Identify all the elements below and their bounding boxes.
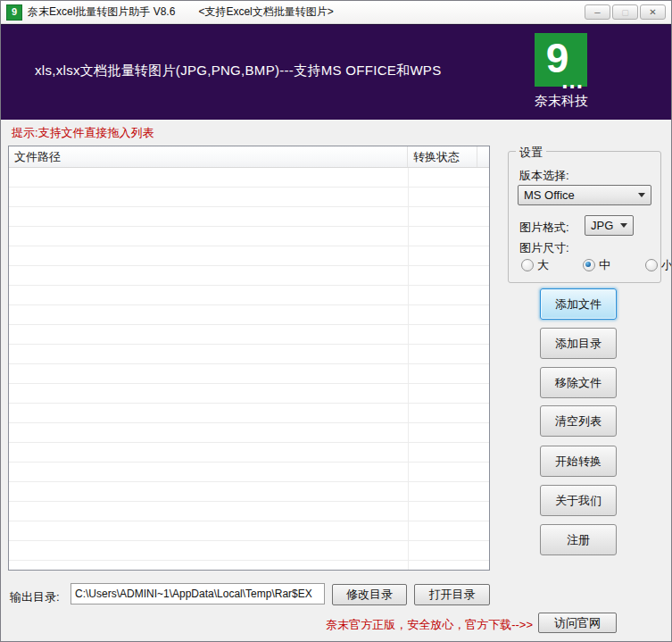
open-dir-button[interactable]: 打开目录 <box>414 584 490 605</box>
chevron-down-icon <box>638 193 645 197</box>
logo-dots: ... <box>561 76 584 85</box>
maximize-icon: ▢ <box>621 8 629 17</box>
radio-icon <box>583 259 595 271</box>
app-window: 9 奈末Excel批量转图片助手 V8.6 <支持Excel文档批量转图片> ─… <box>0 0 672 642</box>
clear-list-button[interactable]: 清空列表 <box>540 405 617 437</box>
register-button[interactable]: 注册 <box>540 524 617 555</box>
column-divider <box>408 168 409 570</box>
start-convert-button[interactable]: 开始转换 <box>540 446 617 477</box>
radio-icon <box>521 259 534 271</box>
minimize-icon: ─ <box>594 8 600 17</box>
size-radio-medium-label: 中 <box>599 257 610 273</box>
about-us-button[interactable]: 关于我们 <box>540 485 617 516</box>
window-title: 奈末Excel批量转图片助手 V8.6 <box>28 4 175 20</box>
file-list-header: 文件路径 转换状态 <box>9 146 489 168</box>
modify-dir-button[interactable]: 修改目录 <box>332 584 407 605</box>
visit-website-button[interactable]: 访问官网 <box>538 613 617 633</box>
chevron-down-icon <box>620 223 627 228</box>
remove-files-button[interactable]: 移除文件 <box>540 367 617 398</box>
close-icon: ✕ <box>649 7 656 17</box>
settings-group-label: 设置 <box>516 145 546 161</box>
version-select-value: MS Office <box>524 188 575 202</box>
drag-drop-tip: 提示:支持文件直接拖入列表 <box>12 125 154 141</box>
format-select[interactable]: JPG <box>585 215 634 236</box>
settings-group: 设置 版本选择: MS Office 图片格式: JPG 图片尺寸: 大 中 小 <box>508 151 661 283</box>
minimize-button[interactable]: ─ <box>585 4 610 20</box>
format-select-value: JPG <box>591 219 613 232</box>
add-files-button[interactable]: 添加文件 <box>540 288 617 320</box>
output-dir-field[interactable]: C:\Users\ADMINI~1\AppData\Local\Temp\Rar… <box>71 583 325 604</box>
format-label: 图片格式: <box>519 220 569 236</box>
column-header-file-path[interactable]: 文件路径 <box>9 146 408 167</box>
output-dir-label: 输出目录: <box>10 589 60 605</box>
window-controls: ─ ▢ ✕ <box>585 4 666 20</box>
add-folder-button[interactable]: 添加目录 <box>540 328 617 359</box>
app-icon: 9 <box>6 4 22 21</box>
file-list-table[interactable]: 文件路径 转换状态 <box>8 146 490 571</box>
column-header-status[interactable]: 转换状态 <box>408 146 477 167</box>
company-name: 奈末科技 <box>521 93 601 110</box>
size-radio-large-label: 大 <box>537 257 549 273</box>
size-radio-large[interactable]: 大 <box>521 257 549 273</box>
banner-title: xls,xlsx文档批量转图片(JPG,PNG,BMP)---支持MS OFFI… <box>35 63 441 79</box>
official-download-notice: 奈末官方正版，安全放心，官方下载-->> <box>295 617 533 633</box>
close-button[interactable]: ✕ <box>640 4 666 20</box>
window-subtitle: <支持Excel文档批量转图片> <box>198 4 333 20</box>
size-radio-small[interactable]: 小 <box>645 257 672 273</box>
app-header: xls,xlsx文档批量转图片(JPG,PNG,BMP)---支持MS OFFI… <box>1 24 671 120</box>
file-list-body[interactable] <box>9 168 489 570</box>
company-logo: 9 ... <box>535 33 587 87</box>
size-radio-group: 大 中 小 <box>521 257 651 273</box>
version-label: 版本选择: <box>519 168 569 184</box>
size-label: 图片尺寸: <box>519 240 569 256</box>
size-radio-small-label: 小 <box>661 257 672 273</box>
size-radio-medium[interactable]: 中 <box>583 257 610 273</box>
radio-icon <box>645 259 658 271</box>
maximize-button: ▢ <box>612 4 638 20</box>
version-select[interactable]: MS Office <box>518 185 651 205</box>
titlebar: 9 奈末Excel批量转图片助手 V8.6 <支持Excel文档批量转图片> ─… <box>1 1 671 24</box>
